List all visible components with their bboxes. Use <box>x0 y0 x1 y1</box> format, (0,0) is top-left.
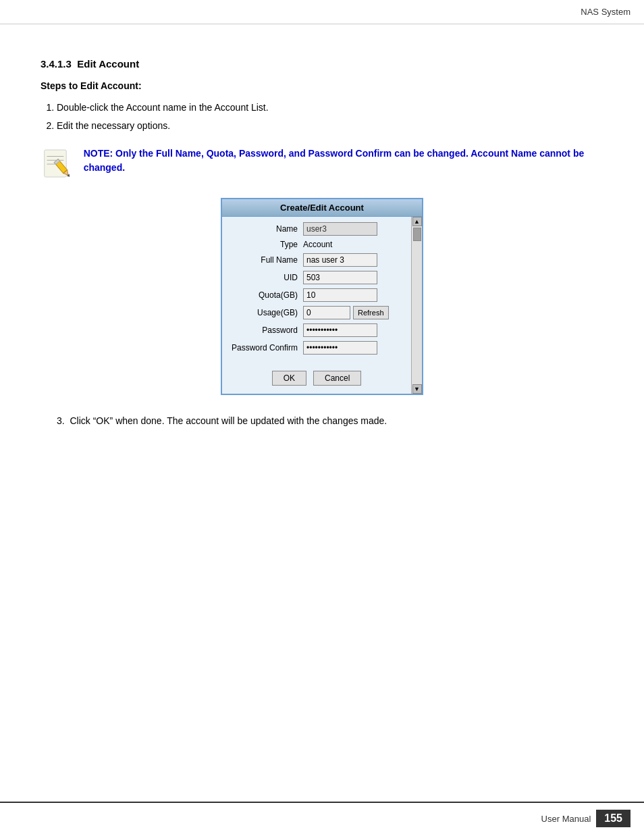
scrollbar-up-arrow[interactable]: ▲ <box>412 217 422 226</box>
dialog-title-bar: Create/Edit Account <box>222 199 422 217</box>
name-label: Name <box>229 224 303 234</box>
scrollbar-thumb[interactable] <box>413 228 421 241</box>
note-text: NOTE: Only the Full Name, Quota, Passwor… <box>84 147 603 175</box>
usage-input[interactable] <box>303 306 350 319</box>
scrollbar[interactable]: ▲ ▼ <box>411 217 422 394</box>
step-3: 3. Click “OK” when done. The account wil… <box>57 414 603 428</box>
password-label: Password <box>229 325 303 335</box>
uid-label: UID <box>229 273 303 282</box>
page-number: 155 <box>596 810 630 827</box>
password-input[interactable] <box>303 323 377 337</box>
dialog-form: Name Type Account Full Name UID <box>222 217 411 364</box>
type-value: Account <box>303 240 332 249</box>
scrollbar-down-arrow[interactable]: ▼ <box>412 384 422 394</box>
password-confirm-label: Password Confirm <box>229 343 303 353</box>
uid-row: UID <box>229 271 398 284</box>
password-confirm-row: Password Confirm <box>229 341 398 355</box>
type-label: Type <box>229 240 303 249</box>
ok-button[interactable]: OK <box>272 371 306 386</box>
dialog-box: Create/Edit Account Name Type Account <box>221 198 423 395</box>
usage-row: Usage(GB) Refresh <box>229 306 398 319</box>
dialog-wrapper: Create/Edit Account Name Type Account <box>41 198 603 395</box>
quota-input[interactable] <box>303 288 377 302</box>
section-heading: 3.4.1.3 Edit Account <box>41 58 603 70</box>
note-box: NOTE: Only the Full Name, Quota, Passwor… <box>41 147 603 182</box>
full-name-row: Full Name <box>229 253 398 267</box>
step-1: Double-click the Account name in the Acc… <box>57 101 603 115</box>
steps-list: Double-click the Account name in the Acc… <box>57 101 603 133</box>
quota-label: Quota(GB) <box>229 290 303 300</box>
type-row: Type Account <box>229 240 398 249</box>
pencil-icon <box>41 147 74 182</box>
name-row: Name <box>229 222 398 236</box>
password-confirm-input[interactable] <box>303 341 377 355</box>
footer: User Manual 155 <box>0 802 644 834</box>
usage-input-group: Refresh <box>303 306 389 319</box>
name-input[interactable] <box>303 222 377 236</box>
sub-heading: Steps to Edit Account: <box>41 80 603 91</box>
usage-label: Usage(GB) <box>229 308 303 317</box>
cancel-button[interactable]: Cancel <box>313 371 361 386</box>
full-name-input[interactable] <box>303 253 377 267</box>
uid-input[interactable] <box>303 271 377 284</box>
step3-container: 3. Click “OK” when done. The account wil… <box>41 414 603 428</box>
footer-label: User Manual <box>541 814 591 824</box>
full-name-label: Full Name <box>229 255 303 265</box>
refresh-button[interactable]: Refresh <box>353 306 389 319</box>
header-title: NAS System <box>581 7 630 17</box>
dialog-buttons: OK Cancel <box>222 364 411 394</box>
quota-row: Quota(GB) <box>229 288 398 302</box>
step-2: Edit the necessary options. <box>57 119 603 133</box>
page-header: NAS System <box>0 0 644 24</box>
password-row: Password <box>229 323 398 337</box>
